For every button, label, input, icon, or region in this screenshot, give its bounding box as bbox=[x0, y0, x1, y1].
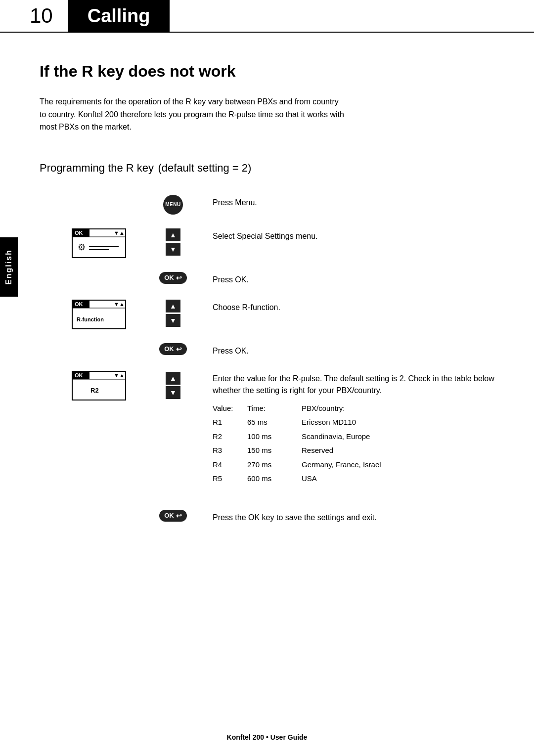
step-6-text: Enter the value for the R-pulse. The def… bbox=[213, 371, 494, 486]
svg-text:OK: OK bbox=[75, 230, 83, 236]
svg-text:▼▲: ▼▲ bbox=[114, 301, 125, 307]
down-arrow-icon: ▼ bbox=[166, 243, 180, 256]
device-display-1: OK ▼▲ ⚙ bbox=[72, 228, 126, 258]
table-row: R4 270 ms Germany, France, Israel bbox=[213, 458, 494, 472]
header-title: Calling bbox=[68, 0, 170, 32]
table-row: R5 600 ms USA bbox=[213, 472, 494, 486]
page: 10 Calling English If the R key does not… bbox=[0, 0, 534, 756]
step-6: OK ▼▲ R2 ▲ ▼ Enter the value for the R-p… bbox=[59, 371, 494, 486]
step-5-text: Press OK. bbox=[213, 343, 494, 357]
section1-title: If the R key does not work bbox=[40, 62, 494, 81]
step-2: OK ▼▲ ⚙ ▲ ▼ bbox=[59, 228, 494, 258]
step-3: OK ↩ Press OK. bbox=[59, 272, 494, 286]
table-row: R2 100 ms Scandinavia, Europe bbox=[213, 430, 494, 444]
svg-text:⚙: ⚙ bbox=[78, 242, 86, 252]
side-tab-english: English bbox=[0, 237, 18, 297]
table-row: R1 65 ms Ericsson MD110 bbox=[213, 415, 494, 430]
step-3-icon: OK ↩ bbox=[143, 272, 203, 284]
ok-button-icon-2: OK ↩ bbox=[159, 343, 187, 355]
step-4-text: Choose R-function. bbox=[213, 300, 494, 313]
nav-arrows-icon: ▲ ▼ bbox=[166, 228, 180, 256]
svg-text:OK: OK bbox=[75, 372, 83, 378]
down-arrow-icon-2: ▼ bbox=[166, 314, 180, 327]
step-2-device: OK ▼▲ ⚙ bbox=[59, 228, 138, 258]
step-2-icon: ▲ ▼ bbox=[143, 228, 203, 256]
step-6-device: OK ▼▲ R2 bbox=[59, 371, 138, 400]
table-row: R3 150 ms Reserved bbox=[213, 444, 494, 458]
svg-text:OK: OK bbox=[75, 301, 83, 307]
svg-text:▼▲: ▼▲ bbox=[114, 372, 125, 378]
step-7-icon: OK ↩ bbox=[143, 510, 203, 522]
step-7: OK ↩ Press the OK key to save the settin… bbox=[59, 510, 494, 524]
step-1-text: Press Menu. bbox=[213, 195, 494, 209]
step-4: OK ▼▲ R-function ▲ ▼ Choose R-function. bbox=[59, 300, 494, 329]
ok-button-icon-1: OK ↩ bbox=[159, 272, 187, 284]
phone-icon-1: ↩ bbox=[176, 274, 182, 282]
up-arrow-icon: ▲ bbox=[166, 228, 180, 241]
table-header: Value: Time: PBX/country: bbox=[213, 401, 494, 416]
phone-icon-3: ↩ bbox=[176, 512, 182, 520]
step-7-text: Press the OK key to save the settings an… bbox=[213, 510, 494, 524]
step-1: MENU Press Menu. bbox=[59, 195, 494, 215]
header-bar: 10 Calling bbox=[0, 0, 534, 33]
up-arrow-icon-3: ▲ bbox=[166, 372, 180, 385]
footer: Konftel 200 • User Guide bbox=[0, 733, 534, 741]
r-pulse-table: Value: Time: PBX/country: R1 65 ms Erics… bbox=[213, 401, 494, 486]
svg-text:R2: R2 bbox=[90, 387, 99, 394]
step-2-text: Select Special Settings menu. bbox=[213, 228, 494, 242]
device-display-2: OK ▼▲ R-function bbox=[72, 300, 126, 329]
svg-text:R-function: R-function bbox=[77, 316, 104, 322]
step-1-icon: MENU bbox=[143, 195, 203, 215]
svg-text:▼▲: ▼▲ bbox=[114, 230, 125, 236]
up-arrow-icon-2: ▲ bbox=[166, 300, 180, 312]
device-display-3: OK ▼▲ R2 bbox=[72, 371, 126, 400]
section2-title: Programming the R key (default setting =… bbox=[40, 158, 494, 175]
step-3-text: Press OK. bbox=[213, 272, 494, 286]
phone-icon-2: ↩ bbox=[176, 345, 182, 353]
step-5-icon: OK ↩ bbox=[143, 343, 203, 355]
step-4-icon: ▲ ▼ bbox=[143, 300, 203, 327]
step-6-icon: ▲ ▼ bbox=[143, 371, 203, 399]
down-arrow-icon-3: ▼ bbox=[166, 386, 180, 399]
step-4-device: OK ▼▲ R-function bbox=[59, 300, 138, 329]
step-5: OK ↩ Press OK. bbox=[59, 343, 494, 357]
section1-body: The requirements for the operation of th… bbox=[40, 95, 346, 133]
content-area: If the R key does not work The requireme… bbox=[0, 33, 534, 567]
menu-button-icon: MENU bbox=[163, 195, 183, 215]
header-number: 10 bbox=[0, 0, 68, 32]
ok-button-icon-3: OK ↩ bbox=[159, 510, 187, 522]
steps-container: MENU Press Menu. OK ▼▲ ⚙ bbox=[40, 195, 494, 537]
